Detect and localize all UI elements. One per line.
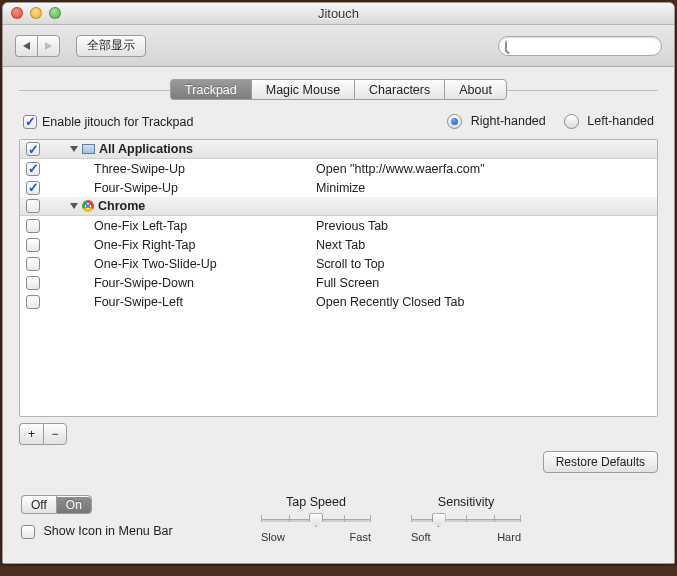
menubar-checkbox[interactable] — [21, 525, 35, 539]
off-button[interactable]: Off — [21, 495, 56, 514]
window-title: Jitouch — [318, 6, 359, 21]
slider-knob-icon[interactable] — [432, 513, 446, 527]
gesture-name: Four-Swipe-Up — [94, 181, 178, 195]
tab-magic-mouse[interactable]: Magic Mouse — [251, 79, 354, 100]
gesture-name: One-Fix Right-Tap — [94, 238, 195, 252]
row-checkbox[interactable] — [26, 181, 40, 195]
group-checkbox[interactable] — [26, 199, 40, 213]
titlebar: Jitouch — [3, 3, 674, 25]
tab-trackpad[interactable]: Trackpad — [170, 79, 251, 100]
tabs: TrackpadMagic MouseCharactersAbout — [19, 79, 658, 100]
row-checkbox[interactable] — [26, 295, 40, 309]
forward-button[interactable] — [37, 35, 60, 57]
disclosure-icon[interactable] — [70, 203, 78, 209]
preferences-window: Jitouch 全部显示 TrackpadMagic MouseCharacte… — [2, 2, 675, 564]
tab-about[interactable]: About — [444, 79, 507, 100]
chevron-right-icon — [45, 42, 52, 50]
app-icon — [82, 144, 95, 154]
enable-label: Enable jitouch for Trackpad — [42, 115, 193, 129]
add-remove-buttons: + − — [19, 423, 658, 445]
radio-icon — [564, 114, 579, 129]
right-handed-option[interactable]: Right-handed — [447, 114, 546, 129]
row-checkbox[interactable] — [26, 276, 40, 290]
tab-characters[interactable]: Characters — [354, 79, 444, 100]
group-header[interactable]: Chrome — [20, 197, 657, 216]
disclosure-icon[interactable] — [70, 146, 78, 152]
action-name: Open "http://www.waerfa.com" — [316, 162, 485, 176]
sensitivity-low: Soft — [411, 531, 431, 543]
tap-speed-block: Tap Speed Slow Fast — [261, 495, 371, 543]
restore-defaults-button[interactable]: Restore Defaults — [543, 451, 658, 473]
gesture-name: Four-Swipe-Down — [94, 276, 194, 290]
on-button[interactable]: On — [56, 495, 92, 514]
gesture-name: Four-Swipe-Left — [94, 295, 183, 309]
action-name: Previous Tab — [316, 219, 388, 233]
row-checkbox[interactable] — [26, 162, 40, 176]
sensitivity-slider[interactable] — [411, 511, 521, 529]
row-checkbox[interactable] — [26, 238, 40, 252]
gesture-row[interactable]: Four-Swipe-UpMinimize — [20, 178, 657, 197]
row-checkbox[interactable] — [26, 257, 40, 271]
top-options-row: Enable jitouch for Trackpad Right-handed… — [23, 114, 654, 129]
gesture-row[interactable]: One-Fix Left-TapPrevious Tab — [20, 216, 657, 235]
zoom-icon[interactable] — [49, 7, 61, 19]
row-checkbox[interactable] — [26, 219, 40, 233]
search-field[interactable] — [498, 36, 662, 56]
nav-buttons — [15, 35, 60, 57]
search-icon — [505, 40, 507, 52]
sensitivity-high: Hard — [497, 531, 521, 543]
gesture-row[interactable]: Four-Swipe-LeftOpen Recently Closed Tab — [20, 292, 657, 311]
chevron-left-icon — [23, 42, 30, 50]
slider-knob-icon[interactable] — [309, 513, 323, 527]
gesture-name: One-Fix Left-Tap — [94, 219, 187, 233]
back-button[interactable] — [15, 35, 37, 57]
close-icon[interactable] — [11, 7, 23, 19]
action-name: Minimize — [316, 181, 365, 195]
left-handed-option[interactable]: Left-handed — [564, 114, 654, 129]
tap-speed-low: Slow — [261, 531, 285, 543]
group-checkbox[interactable] — [26, 142, 40, 156]
sensitivity-title: Sensitivity — [411, 495, 521, 509]
chrome-icon — [82, 200, 94, 212]
action-name: Scroll to Top — [316, 257, 385, 271]
gesture-name: One-Fix Two-Slide-Up — [94, 257, 217, 271]
gesture-row[interactable]: One-Fix Right-TapNext Tab — [20, 235, 657, 254]
show-all-button[interactable]: 全部显示 — [76, 35, 146, 57]
group-header[interactable]: All Applications — [20, 140, 657, 159]
enable-checkbox[interactable] — [23, 115, 37, 129]
action-name: Next Tab — [316, 238, 365, 252]
gesture-row[interactable]: One-Fix Two-Slide-UpScroll to Top — [20, 254, 657, 273]
gesture-row[interactable]: Three-Swipe-UpOpen "http://www.waerfa.co… — [20, 159, 657, 178]
tap-speed-slider[interactable] — [261, 511, 371, 529]
sensitivity-block: Sensitivity Soft Hard — [411, 495, 521, 543]
content: TrackpadMagic MouseCharactersAbout Enabl… — [3, 67, 674, 563]
gesture-row[interactable]: Four-Swipe-DownFull Screen — [20, 273, 657, 292]
group-name: All Applications — [99, 142, 193, 156]
tap-speed-title: Tap Speed — [261, 495, 371, 509]
menubar-label: Show Icon in Menu Bar — [43, 524, 172, 538]
search-input[interactable] — [507, 38, 664, 54]
right-handed-label: Right-handed — [471, 114, 546, 128]
left-handed-label: Left-handed — [587, 114, 654, 128]
remove-button[interactable]: − — [43, 423, 67, 445]
action-name: Open Recently Closed Tab — [316, 295, 464, 309]
gesture-list[interactable]: All ApplicationsThree-Swipe-UpOpen "http… — [19, 139, 658, 417]
gesture-name: Three-Swipe-Up — [94, 162, 185, 176]
menubar-option[interactable]: Show Icon in Menu Bar — [21, 524, 221, 539]
on-off-toggle[interactable]: Off On — [21, 495, 221, 514]
tap-speed-high: Fast — [350, 531, 371, 543]
action-name: Full Screen — [316, 276, 379, 290]
minimize-icon[interactable] — [30, 7, 42, 19]
radio-icon — [447, 114, 462, 129]
toolbar: 全部显示 — [3, 25, 674, 67]
group-name: Chrome — [98, 199, 145, 213]
add-button[interactable]: + — [19, 423, 43, 445]
